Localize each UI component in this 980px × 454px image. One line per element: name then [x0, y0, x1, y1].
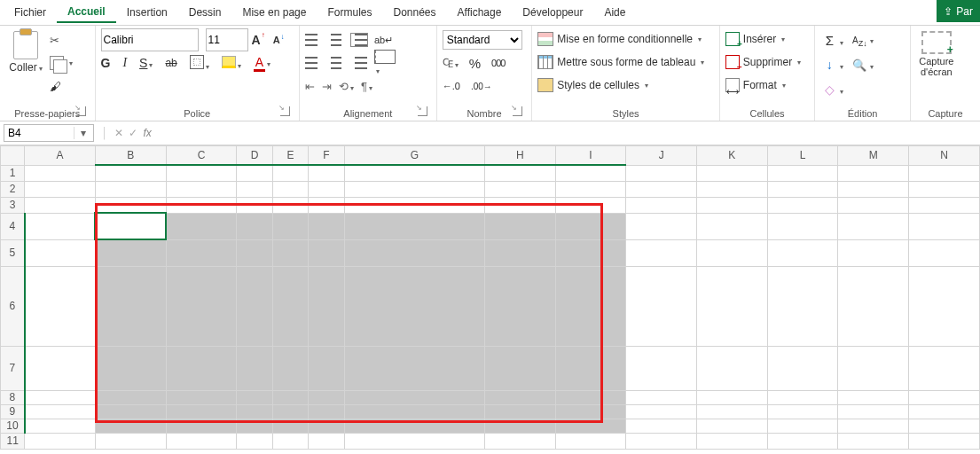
- tab-affichage[interactable]: Affichage: [447, 3, 513, 22]
- cell[interactable]: [344, 404, 484, 419]
- share-button[interactable]: ⇪Par: [937, 0, 980, 22]
- cell[interactable]: [309, 197, 344, 213]
- cell[interactable]: [272, 197, 308, 213]
- cell[interactable]: [626, 346, 697, 390]
- fill-color-button[interactable]: [222, 56, 236, 68]
- row-header[interactable]: 5: [1, 239, 25, 266]
- cell[interactable]: [767, 197, 838, 213]
- cell[interactable]: [166, 213, 237, 239]
- align-right-icon[interactable]: [351, 57, 367, 69]
- cell[interactable]: [25, 266, 96, 346]
- cell[interactable]: [344, 239, 484, 266]
- cell[interactable]: [555, 239, 626, 266]
- cell[interactable]: [344, 419, 484, 433]
- cell[interactable]: [696, 419, 767, 433]
- number-launcher[interactable]: [513, 106, 522, 116]
- row-header[interactable]: 9: [1, 404, 25, 419]
- fill-icon[interactable]: [820, 58, 838, 72]
- cell[interactable]: [309, 165, 344, 181]
- align-center-icon[interactable]: [328, 57, 344, 69]
- cell[interactable]: [309, 346, 344, 390]
- row-header[interactable]: 8: [1, 390, 25, 404]
- align-bottom-icon[interactable]: [351, 34, 367, 46]
- currency-icon[interactable]: [443, 56, 453, 70]
- cell[interactable]: [909, 266, 980, 346]
- sort-filter-icon[interactable]: [851, 35, 868, 45]
- clipboard-launcher[interactable]: [76, 106, 86, 116]
- spreadsheet-grid[interactable]: ABCDEFGHIJKLMN1234567891011: [0, 145, 980, 454]
- column-header[interactable]: M: [838, 146, 909, 166]
- cell[interactable]: [909, 239, 980, 266]
- cell[interactable]: [484, 181, 555, 197]
- column-header[interactable]: I: [555, 146, 626, 166]
- row-header[interactable]: 6: [1, 266, 25, 346]
- cell[interactable]: [555, 181, 626, 197]
- cell[interactable]: [166, 419, 237, 433]
- cell[interactable]: [95, 404, 166, 419]
- cell[interactable]: [555, 433, 626, 449]
- cell[interactable]: [838, 433, 909, 449]
- column-header[interactable]: E: [272, 146, 308, 166]
- cell[interactable]: [696, 433, 767, 449]
- column-header[interactable]: K: [696, 146, 767, 166]
- name-box-dropdown[interactable]: ▾: [74, 127, 92, 139]
- cell[interactable]: [25, 404, 96, 419]
- cell[interactable]: [237, 165, 272, 181]
- cell[interactable]: [95, 181, 166, 197]
- cell[interactable]: [25, 213, 96, 239]
- cell[interactable]: [555, 419, 626, 433]
- decrease-decimal-icon[interactable]: [471, 82, 492, 91]
- cell[interactable]: [237, 433, 272, 449]
- tab-mise-en-page[interactable]: Mise en page: [231, 3, 317, 22]
- cell[interactable]: [555, 213, 626, 239]
- cell[interactable]: [25, 346, 96, 390]
- cell[interactable]: [166, 346, 237, 390]
- find-select-icon[interactable]: [851, 59, 868, 72]
- cell[interactable]: [25, 390, 96, 404]
- cell[interactable]: [555, 346, 626, 390]
- cell[interactable]: [696, 346, 767, 390]
- cell[interactable]: [696, 390, 767, 404]
- font-launcher[interactable]: [280, 106, 290, 116]
- font-color-button[interactable]: [254, 55, 265, 72]
- cell[interactable]: [484, 266, 555, 346]
- column-header[interactable]: G: [344, 146, 484, 166]
- cell[interactable]: [272, 239, 308, 266]
- borders-button[interactable]: [190, 55, 204, 69]
- underline-button[interactable]: S: [139, 56, 147, 70]
- tab-donnees[interactable]: Données: [382, 3, 446, 22]
- cell[interactable]: [272, 213, 308, 239]
- insert-cells-button[interactable]: Insérer▾: [725, 29, 810, 49]
- row-header[interactable]: 7: [1, 346, 25, 390]
- cell[interactable]: [696, 181, 767, 197]
- cell[interactable]: [909, 181, 980, 197]
- select-all-corner[interactable]: [1, 146, 25, 166]
- cell[interactable]: [838, 404, 909, 419]
- cancel-formula-icon[interactable]: ✕: [114, 127, 123, 139]
- cell[interactable]: [767, 165, 838, 181]
- cell[interactable]: [696, 197, 767, 213]
- cell[interactable]: [237, 390, 272, 404]
- cell[interactable]: [696, 404, 767, 419]
- cut-icon[interactable]: [50, 34, 59, 47]
- cell[interactable]: [25, 419, 96, 433]
- cell[interactable]: [344, 197, 484, 213]
- cell[interactable]: [626, 213, 697, 239]
- cell[interactable]: [555, 197, 626, 213]
- cell[interactable]: [909, 346, 980, 390]
- cell[interactable]: [166, 390, 237, 404]
- cell[interactable]: [626, 266, 697, 346]
- tab-aide[interactable]: Aide: [593, 3, 636, 22]
- decrease-indent-icon[interactable]: [305, 80, 315, 93]
- tab-insertion[interactable]: Insertion: [116, 3, 178, 22]
- cell[interactable]: [166, 404, 237, 419]
- cell[interactable]: [909, 165, 980, 181]
- cell[interactable]: [838, 213, 909, 239]
- cell[interactable]: [166, 165, 237, 181]
- column-header[interactable]: B: [95, 146, 166, 166]
- cell[interactable]: [344, 266, 484, 346]
- cell[interactable]: [309, 239, 344, 266]
- cell[interactable]: [95, 419, 166, 433]
- cell[interactable]: [166, 181, 237, 197]
- cell[interactable]: [626, 165, 697, 181]
